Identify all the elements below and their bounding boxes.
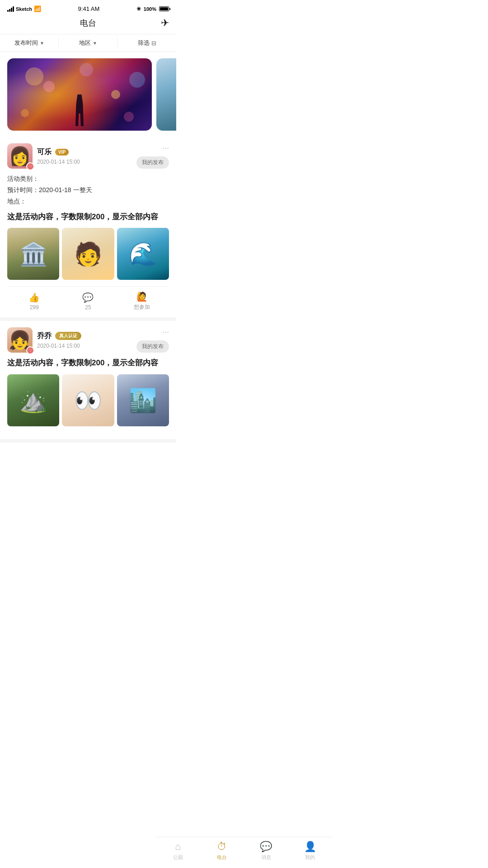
like-action-1[interactable]: 👍 299 [7, 292, 61, 311]
banner-image-small [156, 58, 176, 131]
status-time: 9:41 AM [78, 5, 100, 12]
sea-image [117, 228, 169, 280]
post-header-1: ♡ 可乐 VIP 2020-01-14 15:00 ··· 我的发布 [7, 143, 169, 169]
post-image-boy[interactable] [62, 228, 114, 280]
avatar-wrap-1[interactable]: ♡ [7, 143, 33, 169]
page-header: 电台 ✈ [0, 14, 176, 34]
chevron-down-icon: ▼ [40, 41, 44, 46]
boy-image [62, 228, 114, 280]
girl-image [62, 374, 114, 426]
user-name-2: 乔乔 [37, 331, 52, 341]
post-card-1: ♡ 可乐 VIP 2020-01-14 15:00 ··· 我的发布 活动类别：… [0, 137, 176, 321]
join-icon-1: 🙋 [136, 291, 148, 302]
post-user-1: ♡ 可乐 VIP 2020-01-14 15:00 [7, 143, 80, 169]
post-content-1: 这是活动内容，字数限制200，显示全部内容 [7, 211, 169, 223]
activity-type-1: 活动类别： [7, 173, 169, 184]
signal-icon [7, 6, 14, 12]
banner-area [0, 52, 176, 137]
avatar-badge-2: ♡ [26, 346, 34, 354]
scheduled-time-1: 预计时间：2020-01-18 一整天 [7, 184, 169, 196]
comment-count-1: 25 [85, 304, 91, 311]
avatar-wrap-2[interactable]: ♡ [7, 327, 33, 353]
page-title: 电台 [80, 18, 96, 28]
post-image-city[interactable] [117, 374, 169, 426]
like-icon-1: 👍 [28, 292, 40, 303]
wifi-icon: 📶 [34, 5, 41, 12]
filter-region-label: 地区 [79, 39, 91, 47]
banner-card-main[interactable] [7, 58, 152, 131]
carrier-label: Sketch [16, 6, 32, 12]
status-left: Sketch 📶 [7, 5, 41, 12]
banner-image-main [7, 58, 152, 131]
user-name-row-1: 可乐 VIP [37, 147, 80, 157]
post-image-building[interactable] [7, 228, 59, 280]
vip-badge-1: VIP [55, 149, 69, 156]
post-user-2: ♡ 乔乔 真人认证 2020-01-14 15:00 [7, 327, 81, 353]
filter-time[interactable]: 发布时间 ▼ [0, 34, 59, 52]
user-name-row-2: 乔乔 真人认证 [37, 331, 81, 341]
user-name-1: 可乐 [37, 147, 52, 157]
join-action-1[interactable]: 🙋 想参加 [115, 291, 169, 311]
more-menu-icon-1[interactable]: ··· [162, 143, 169, 153]
chevron-down-icon: ▼ [93, 41, 97, 46]
post-header-2: ♡ 乔乔 真人认证 2020-01-14 15:00 ··· 我的发布 [7, 327, 169, 353]
more-menu-icon-2[interactable]: ··· [162, 327, 169, 337]
banner-card-small[interactable] [156, 58, 176, 131]
status-bar: Sketch 📶 9:41 AM ✳ 100% [0, 0, 176, 14]
post-image-girl[interactable] [62, 374, 114, 426]
comment-action-1[interactable]: 💬 25 [61, 292, 115, 311]
bluetooth-icon: ✳ [136, 6, 141, 12]
my-post-button-2[interactable]: 我的发布 [136, 340, 169, 353]
like-count-1: 299 [30, 304, 39, 311]
filter-screen[interactable]: 筛选 ⊟ [117, 34, 176, 52]
post-images-1 [7, 228, 169, 280]
building-image [7, 228, 59, 280]
send-icon[interactable]: ✈ [161, 17, 169, 29]
mountain-image [7, 374, 59, 426]
post-card-2: ♡ 乔乔 真人认证 2020-01-14 15:00 ··· 我的发布 这是活动… [0, 321, 176, 443]
city-image [117, 374, 169, 426]
status-right: ✳ 100% [136, 6, 169, 12]
filter-screen-label: 筛选 [138, 39, 150, 47]
filter-time-label: 发布时间 [14, 39, 38, 47]
post-meta-1: 活动类别： 预计时间：2020-01-18 一整天 地点： [7, 173, 169, 208]
battery-percent: 100% [144, 6, 156, 12]
join-label-1: 想参加 [134, 303, 150, 311]
battery-icon [159, 6, 169, 11]
user-info-2: 乔乔 真人认证 2020-01-14 15:00 [37, 331, 81, 349]
post-image-sea[interactable] [117, 228, 169, 280]
post-time-1: 2020-01-14 15:00 [37, 159, 80, 165]
post-actions-1: 👍 299 💬 25 🙋 想参加 [7, 286, 169, 311]
post-images-2 [7, 374, 169, 426]
avatar-badge-1: ♡ [26, 162, 34, 170]
banner-scroll[interactable] [7, 58, 176, 131]
post-time-2: 2020-01-14 15:00 [37, 343, 81, 349]
real-badge-2: 真人认证 [55, 332, 81, 340]
comment-icon-1: 💬 [82, 292, 94, 303]
filter-icon: ⊟ [151, 40, 156, 47]
filter-region[interactable]: 地区 ▼ [59, 34, 117, 52]
user-info-1: 可乐 VIP 2020-01-14 15:00 [37, 147, 80, 165]
my-post-button-1[interactable]: 我的发布 [136, 156, 169, 169]
filter-bar: 发布时间 ▼ 地区 ▼ 筛选 ⊟ [0, 34, 176, 52]
post-content-2: 这是活动内容，字数限制200，显示全部内容 [7, 357, 169, 369]
location-1: 地点： [7, 196, 169, 207]
post-image-mountain[interactable] [7, 374, 59, 426]
